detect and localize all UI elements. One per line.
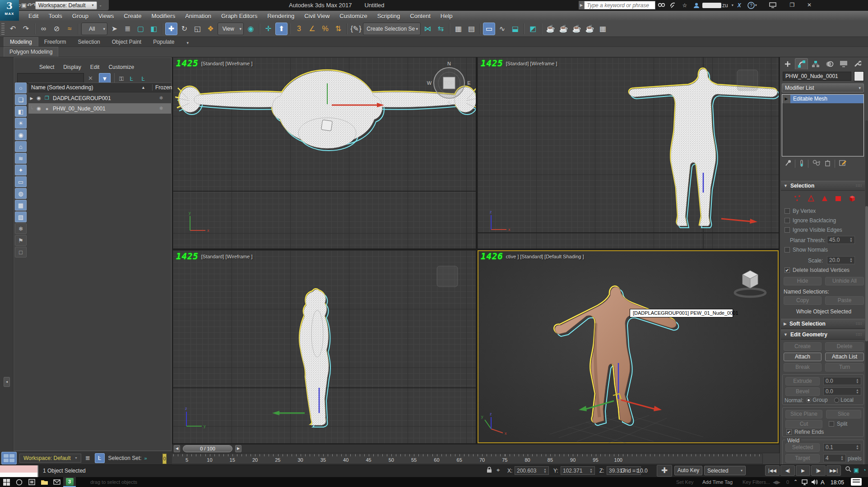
toggle-ribbon-icon[interactable]: ▭ (483, 23, 495, 35)
weld-target-spinner[interactable]: 4▲▼ (823, 454, 846, 462)
ribbon-tab-modeling[interactable]: Modeling (4, 37, 38, 46)
display-all-icon[interactable]: ○ (15, 83, 27, 93)
display-geometry-icon[interactable]: ❏ (15, 94, 27, 105)
next-frame-icon[interactable]: ▶ (235, 445, 241, 452)
display-filter-icon[interactable]: □ (15, 247, 27, 257)
pin-stack-icon[interactable] (784, 160, 791, 168)
column-header-frozen[interactable]: Frozen (152, 84, 172, 91)
menu-group[interactable]: Group (67, 11, 93, 21)
spinner-snap-icon[interactable]: ⇅ (332, 23, 344, 35)
go-to-start-icon[interactable]: |◀◀ (765, 465, 780, 476)
slice-button[interactable]: Slice (826, 410, 861, 418)
delete-isolated-vertices-checkbox[interactable]: ✔Delete Isolated Vertices (784, 267, 849, 273)
ribbon-tab-freeform[interactable]: Freeform (38, 37, 72, 46)
mirror-icon[interactable]: ⋈ (422, 23, 434, 35)
ribbon-panel-polygon-modeling[interactable]: Polygon Modeling (4, 47, 58, 57)
weld-target-button[interactable]: Target (785, 454, 820, 463)
menu-tools[interactable]: Tools (43, 11, 67, 21)
autodesk-exchange-icon[interactable]: X (733, 1, 745, 10)
frozen-toggle-icon[interactable]: ❄ (151, 95, 171, 101)
use-pivot-point-center-icon[interactable]: ◉ (245, 23, 257, 35)
explorer-menu-customize[interactable]: Customize (104, 63, 139, 72)
ribbon-dropdown-icon[interactable]: ▾ (183, 39, 193, 46)
paste-button[interactable]: Paste (825, 296, 864, 305)
unhide-all-button[interactable]: Unhide All (825, 277, 864, 285)
maxscript-mini-listener[interactable] (0, 465, 38, 477)
edit-named-selection-sets-icon[interactable]: {✎} (350, 23, 362, 35)
vertex-subobject-icon[interactable] (794, 194, 802, 204)
username[interactable]: zu▾ (702, 2, 733, 9)
search-icon[interactable] (655, 1, 667, 10)
trackbar-frame-marker[interactable]: 0 (162, 454, 167, 464)
next-key-icon[interactable]: |▶ (811, 465, 826, 476)
snaps-toggle-icon[interactable]: 3 (293, 23, 305, 35)
tab-create-icon[interactable] (781, 58, 794, 69)
set-keys-icon[interactable]: ✚ (657, 465, 672, 477)
selection-lock-icon[interactable] (487, 467, 492, 474)
restore-button[interactable]: ❐ (785, 0, 799, 9)
explorer-row-phw-00-nude-0001[interactable]: └ ◉ ● PHW_00_Nude_0001 ❄ (28, 103, 171, 114)
menu-help[interactable]: Help (436, 11, 458, 21)
auto-key-button[interactable]: Auto Key (674, 466, 702, 475)
display-frozen-icon[interactable]: ❄ (15, 223, 27, 234)
ribbon-tab-selection[interactable]: Selection (72, 37, 106, 46)
select-and-place-icon[interactable]: ❖ (204, 23, 217, 35)
layer-manager-icon[interactable]: ≣ (83, 453, 93, 463)
y-coordinate-field[interactable]: 102.371▲▼ (561, 466, 595, 475)
sort-ascending-icon[interactable]: ▲ (141, 85, 152, 90)
show-normals-checkbox[interactable]: Show Normals (784, 247, 828, 253)
menu-edit[interactable]: Edit (23, 11, 43, 21)
rail-collapse-icon[interactable]: ◂ (4, 377, 10, 387)
bevel-spinner[interactable]: 0.0▲▼ (823, 387, 861, 395)
overflow-chevron-icon[interactable]: » (144, 455, 147, 461)
layer-view-icon[interactable]: Ŀ (139, 74, 148, 83)
copy-button[interactable]: Copy (784, 296, 822, 305)
weld-selected-spinner[interactable]: 0.1▲▼ (823, 443, 861, 451)
tab-modify-icon[interactable] (795, 58, 808, 69)
scale-spinner[interactable]: 20.0▲▼ (827, 256, 855, 264)
tab-hierarchy-icon[interactable] (809, 58, 822, 69)
search-input[interactable] (584, 1, 655, 9)
render-setup-icon[interactable]: ☕ (557, 23, 570, 35)
file-explorer-icon[interactable] (38, 477, 51, 487)
edge-subobject-icon[interactable] (807, 194, 815, 204)
angle-snap-icon[interactable]: ∠ (306, 23, 318, 35)
by-vertex-checkbox[interactable]: By Vertex (784, 208, 816, 214)
menu-scripting[interactable]: Scripting (372, 11, 405, 21)
select-and-scale-icon[interactable]: ◱ (191, 23, 204, 35)
key-filter-selected-dropdown[interactable]: Selected (704, 466, 746, 475)
percent-snap-icon[interactable]: % (319, 23, 331, 35)
explorer-menu-edit[interactable]: Edit (86, 63, 104, 72)
ignore-visible-edges-checkbox[interactable]: Ignore Visible Edges (784, 227, 842, 233)
start-button-icon[interactable] (0, 477, 13, 487)
display-shapes-icon[interactable]: ◧ (15, 106, 27, 117)
unlink-selection-icon[interactable]: ⊘ (51, 23, 63, 35)
extrude-button[interactable]: Extrude (785, 377, 820, 386)
display-groups-icon[interactable]: ▧ (15, 211, 27, 222)
schematic-view-icon[interactable]: ⬓ (509, 23, 521, 35)
render-in-cloud-icon[interactable]: ▦ (597, 23, 609, 35)
frozen-toggle-icon[interactable]: ❄ (151, 106, 171, 111)
sign-in-icon[interactable] (691, 1, 702, 10)
taskbar-clock[interactable]: 18:05 (831, 479, 844, 486)
network-icon[interactable] (802, 479, 809, 487)
rectangular-selection-region-icon[interactable]: ▢ (135, 23, 147, 35)
viewport-top[interactable]: 1425 [Standard] [Wireframe ] (173, 57, 476, 248)
hierarchy-view-icon[interactable]: Ŀ (127, 74, 136, 83)
qat-customize-icon[interactable]: ⌄ (95, 1, 106, 9)
face-subobject-icon[interactable] (821, 194, 829, 204)
viewport-layout-tabs-icon[interactable] (1, 452, 17, 464)
toggle-layer-explorer-icon[interactable]: ▤ (465, 23, 478, 35)
visibility-eye-icon[interactable]: ◉ (35, 106, 43, 111)
node-name[interactable]: PHW_00_Nude_0001 (51, 106, 151, 112)
display-lights-icon[interactable]: ☀ (15, 118, 27, 129)
select-and-manipulate-icon[interactable]: ✛ (262, 23, 274, 35)
reference-coordinate-system-dropdown[interactable]: View (218, 23, 244, 35)
column-header-name[interactable]: Name (Sorted Ascending) (28, 84, 141, 91)
close-button[interactable]: ✕ (803, 0, 816, 9)
mail-icon[interactable] (51, 477, 63, 487)
selection-filter-dropdown[interactable]: All (81, 23, 107, 35)
keyboard-shortcut-override-icon[interactable]: ⬆ (275, 23, 288, 35)
explorer-menu-select[interactable]: Select (35, 63, 59, 72)
cortana-icon[interactable] (13, 477, 25, 487)
